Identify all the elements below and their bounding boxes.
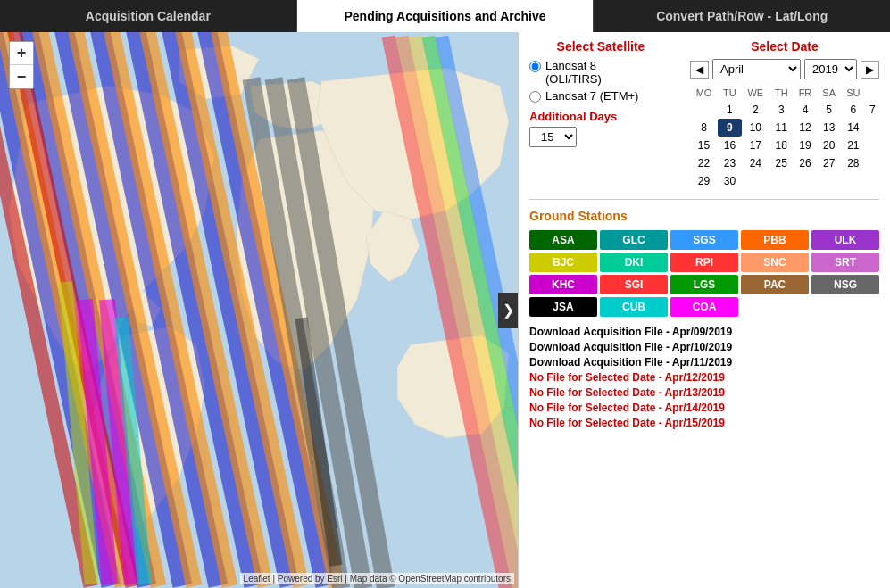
cal-day-2[interactable]: 2 [742,101,769,119]
weekday-su: SU [841,85,866,101]
download-item-6[interactable]: No File for Selected Date - Apr/15/2019 [529,417,879,429]
cal-day-6[interactable]: 6 [841,101,866,119]
gs-badge-glc[interactable]: GLC [600,230,668,250]
map-area[interactable]: + − ❯ Leaflet | Powered by Esri | Map da… [0,32,518,588]
weekday-th: TH [769,85,794,101]
landsat7-option[interactable]: Landsat 7 (ETM+) [529,89,672,103]
cal-day-5[interactable]: 5 [817,101,841,119]
gs-badge-dki[interactable]: DKI [600,253,668,272]
cal-day-20[interactable]: 20 [817,137,841,154]
cal-day-17[interactable]: 17 [742,137,769,154]
gs-badge-asa[interactable]: ASA [529,230,597,250]
gs-badge-coa[interactable]: COA [670,297,738,317]
gs-badge-khc[interactable]: KHC [529,275,597,294]
gs-badge-ulk[interactable]: ULK [811,230,879,250]
world-map [0,32,518,588]
cal-day-9[interactable]: 9 [718,119,742,137]
landsat8-option[interactable]: Landsat 8(OLI/TIRS) [529,59,672,86]
cal-day-30[interactable]: 30 [718,172,742,190]
cal-day-8[interactable]: 8 [690,119,718,137]
download-item-0[interactable]: Download Acquisition File - Apr/09/2019 [529,326,879,338]
cal-day-21[interactable]: 21 [841,137,866,154]
gs-badge-srt[interactable]: SRT [811,253,879,272]
additional-days-select[interactable]: 1 5 10 15 20 30 [529,127,577,147]
cal-day-14[interactable]: 14 [841,119,866,137]
map-zoom-controls: + − [9,41,34,89]
gs-badge-cub[interactable]: CUB [600,297,668,317]
gs-badge-nsg[interactable]: NSG [811,275,879,294]
landsat8-label: Landsat 8(OLI/TIRS) [545,59,602,86]
gs-badge-sgi[interactable]: SGI [600,275,668,294]
zoom-out-button[interactable]: − [10,65,33,88]
tab-convert-path[interactable]: Convert Path/Row - Lat/Long [594,0,890,32]
tab-pending-acquisitions[interactable]: Pending Acquisitions and Archive [297,0,595,32]
ground-stations-section: Ground Stations ASAGLCSGSPBBULKBJCDKIRPI… [529,209,879,317]
map-forward-button[interactable]: ❯ [498,293,518,328]
zoom-in-button[interactable]: + [10,42,33,65]
cal-empty-2 [769,172,794,190]
gs-badge-jsa[interactable]: JSA [529,297,597,317]
controls-row: Select Satellite Landsat 8(OLI/TIRS) Lan… [529,39,879,190]
additional-days-label: Additional Days [529,110,672,123]
landsat7-radio[interactable] [529,91,541,103]
ground-stations-grid: ASAGLCSGSPBBULKBJCDKIRPISNCSRTKHCSGILGSP… [529,230,879,317]
cal-day-19[interactable]: 19 [794,137,818,154]
cal-day-10[interactable]: 10 [742,119,769,137]
cal-day-11[interactable]: 11 [769,119,794,137]
cal-day-25[interactable]: 25 [769,154,794,172]
next-month-button[interactable]: ▶ [861,61,879,79]
cal-day-18[interactable]: 18 [769,137,794,154]
download-links-section: Download Acquisition File - Apr/09/2019D… [529,326,879,429]
cal-day-12[interactable]: 12 [794,119,818,137]
gs-badge-rpi[interactable]: RPI [670,253,738,272]
calendar-table: MO TU WE TH FR SA SU 1 2 [690,85,879,190]
cal-day-13[interactable]: 13 [817,119,841,137]
download-item-3[interactable]: No File for Selected Date - Apr/12/2019 [529,371,879,384]
satellite-title: Select Satellite [529,39,672,54]
gs-badge-snc[interactable]: SNC [741,253,809,272]
gs-badge-pbb[interactable]: PBB [741,230,809,250]
cal-day-27[interactable]: 27 [817,154,841,172]
cal-day-3[interactable]: 3 [769,101,794,119]
cal-day-28[interactable]: 28 [841,154,866,172]
cal-day-24[interactable]: 24 [742,154,769,172]
download-item-1[interactable]: Download Acquisition File - Apr/10/2019 [529,341,879,353]
date-section: Select Date ◀ January February March Apr… [690,39,879,190]
cal-day-16[interactable]: 16 [718,137,742,154]
cal-day-7[interactable]: 7 [866,101,879,119]
cal-empty-1 [742,172,769,190]
esri-credit[interactable]: Powered by Esri [278,574,343,584]
cal-empty-4 [817,172,841,190]
divider-1 [529,199,879,200]
cal-day-1[interactable]: 1 [718,101,742,119]
download-item-2[interactable]: Download Acquisition File - Apr/11/2019 [529,356,879,369]
cal-day-22[interactable]: 22 [690,154,718,172]
right-panel: Select Satellite Landsat 8(OLI/TIRS) Lan… [518,32,890,588]
landsat8-radio[interactable] [529,61,541,72]
download-item-5[interactable]: No File for Selected Date - Apr/14/2019 [529,402,879,414]
month-select[interactable]: January February March April May June Ju… [712,59,801,79]
top-navigation: Acquisition Calendar Pending Acquisition… [0,0,890,32]
download-item-4[interactable]: No File for Selected Date - Apr/13/2019 [529,386,879,399]
year-select[interactable]: 2017 2018 2019 2020 2021 [804,59,857,79]
map-attribution: Leaflet | Powered by Esri | Map data © O… [240,573,514,584]
gs-badge-lgs[interactable]: LGS [670,275,738,294]
leaflet-credit[interactable]: Leaflet [244,574,270,584]
main-layout: + − ❯ Leaflet | Powered by Esri | Map da… [0,32,890,588]
gs-badge-bjc[interactable]: BJC [529,253,597,272]
gs-badge-sgs[interactable]: SGS [670,230,738,250]
weekday-tu: TU [718,85,742,101]
osm-credit: Map data © OpenStreetMap contributors [350,574,511,584]
gs-badge-pac[interactable]: PAC [741,275,809,294]
ground-stations-title: Ground Stations [529,209,879,223]
date-title: Select Date [690,39,879,54]
cal-day-26[interactable]: 26 [794,154,818,172]
cal-day-23[interactable]: 23 [718,154,742,172]
weekday-fr: FR [794,85,818,101]
additional-days-section: Additional Days 1 5 10 15 20 30 [529,110,672,147]
cal-day-4[interactable]: 4 [794,101,818,119]
cal-day-15[interactable]: 15 [690,137,718,154]
prev-month-button[interactable]: ◀ [690,61,709,79]
tab-acquisition-calendar[interactable]: Acquisition Calendar [0,0,297,32]
cal-day-29[interactable]: 29 [690,172,718,190]
